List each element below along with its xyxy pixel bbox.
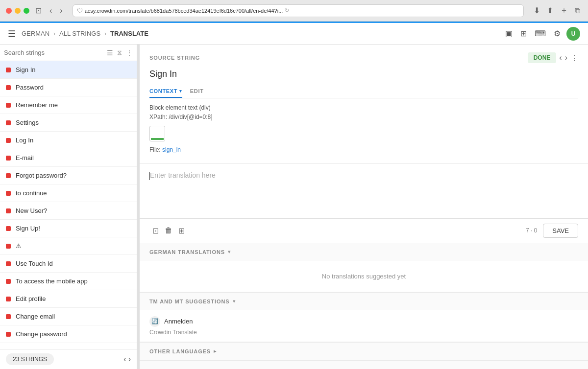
list-item[interactable]: Change email	[0, 308, 137, 325]
german-translations-label: GERMAN TRANSLATIONS	[149, 249, 225, 255]
list-item-label: Log In	[16, 137, 33, 144]
other-languages-section: OTHER LANGUAGES ▸	[140, 343, 588, 361]
file-link[interactable]: sign_in	[162, 146, 181, 153]
layout-single-icon[interactable]: ▣	[503, 27, 514, 40]
more-options-button[interactable]: ⋮	[570, 53, 578, 63]
file-thumb-bar	[151, 138, 164, 140]
list-item[interactable]: To access the mobile app	[0, 273, 137, 290]
settings-icon[interactable]: ⚙	[552, 27, 563, 40]
split-view-icon[interactable]: ⧉	[573, 4, 582, 17]
forward-button[interactable]: ›	[58, 5, 64, 16]
source-string-section: SOURCE STRING DONE ‹ › ⋮ Sign In CONTEXT…	[140, 45, 588, 163]
breadcrumb-translate[interactable]: TRANSLATE	[110, 30, 148, 37]
status-dot	[6, 191, 11, 196]
sort-icon[interactable]: ⋮	[126, 49, 133, 57]
translation-section	[140, 163, 588, 219]
file-label: File:	[149, 146, 161, 153]
special-chars-button[interactable]: ⊞	[175, 224, 188, 237]
share-icon[interactable]: ⬆	[545, 4, 555, 17]
list-item[interactable]: Forgot password?	[0, 167, 137, 184]
no-translations-text: No translations suggested yet	[140, 261, 588, 292]
list-item-label: To access the mobile app	[16, 277, 88, 285]
status-dot	[6, 68, 11, 72]
list-item-label: Settings	[16, 119, 39, 126]
clear-translation-button[interactable]: 🗑	[162, 224, 175, 237]
tab-edit-label: EDIT	[190, 88, 204, 94]
sidebar-toggle-button[interactable]: ⊡	[33, 5, 44, 16]
list-item[interactable]: Change password	[0, 325, 137, 343]
keyboard-icon[interactable]: ⌨	[533, 27, 548, 40]
strings-count-button[interactable]: 23 STRINGS	[6, 353, 54, 365]
list-item[interactable]: Password	[0, 79, 137, 96]
close-button[interactable]	[6, 8, 12, 14]
context-tabs: CONTEXT ▾ EDIT	[149, 85, 578, 98]
status-dot	[6, 279, 11, 284]
prev-nav-button[interactable]: ‹	[559, 53, 562, 62]
download-icon[interactable]: ⬇	[532, 4, 542, 17]
address-bar[interactable]: 🛡 acsy.crowdin.com/translate/b681da578bc…	[73, 4, 524, 17]
german-translations-section: GERMAN TRANSLATIONS ▾ No translations su…	[140, 243, 588, 293]
list-item[interactable]: Sign Up!	[0, 220, 137, 237]
list-item-label: Change email	[16, 313, 55, 320]
fullscreen-button[interactable]	[24, 8, 29, 14]
next-string-button[interactable]: ›	[128, 355, 131, 364]
list-item-label: Password	[16, 84, 44, 91]
list-item-label: E-mail	[16, 154, 34, 161]
filter-icon[interactable]: ⧖	[117, 48, 122, 57]
char-count: 7 · 0	[526, 227, 537, 234]
next-nav-button[interactable]: ›	[565, 53, 567, 62]
left-panel: ☰ ⧖ ⋮ Sign InPasswordRemember meSettings…	[0, 45, 137, 369]
status-dot	[6, 173, 11, 178]
reload-icon[interactable]: ↻	[285, 7, 289, 14]
traffic-lights	[6, 8, 29, 14]
source-text: Sign In	[149, 69, 578, 79]
tm-suggestions-header[interactable]: TM AND MT SUGGESTIONS ▾	[140, 293, 588, 310]
list-item[interactable]: Notifications	[0, 343, 137, 349]
breadcrumb-german[interactable]: GERMAN	[22, 30, 49, 37]
back-button[interactable]: ‹	[48, 5, 54, 16]
list-item[interactable]: to continue	[0, 184, 137, 202]
done-button[interactable]: DONE	[528, 52, 557, 63]
save-button[interactable]: SAVE	[543, 224, 578, 238]
german-translations-toggle: ▾	[228, 249, 231, 254]
list-item[interactable]: Settings	[0, 114, 137, 132]
search-input[interactable]	[4, 49, 103, 56]
source-string-header: SOURCE STRING DONE ‹ › ⋮	[149, 52, 578, 63]
copy-source-button[interactable]: ⊡	[149, 224, 162, 237]
breadcrumb-sep-2: ›	[104, 30, 106, 37]
new-tab-icon[interactable]: ＋	[558, 4, 570, 17]
list-item[interactable]: Sign In	[0, 61, 137, 79]
list-item[interactable]: E-mail	[0, 149, 137, 167]
strings-list: Sign InPasswordRemember meSettingsLog In…	[0, 61, 137, 349]
list-item-label: to continue	[16, 189, 47, 197]
xpath-text: XPath: /div/div[@id=0:8]	[149, 113, 578, 122]
status-dot	[6, 226, 11, 231]
translation-input[interactable]	[150, 171, 578, 210]
block-element-text: Block element text (div)	[149, 103, 578, 113]
list-item-label: Edit profile	[16, 295, 46, 302]
list-view-icon[interactable]: ☰	[107, 49, 113, 57]
list-item[interactable]: Log In	[0, 132, 137, 149]
tab-edit[interactable]: EDIT	[190, 85, 204, 98]
status-dot	[6, 261, 11, 266]
suggestion-item[interactable]: 🔄 Anmelden Crowdin Translate	[140, 310, 588, 342]
german-translations-header[interactable]: GERMAN TRANSLATIONS ▾	[140, 243, 588, 261]
other-languages-header[interactable]: OTHER LANGUAGES ▸	[140, 343, 588, 360]
minimize-button[interactable]	[15, 8, 21, 14]
breadcrumb-all-strings[interactable]: ALL STRINGS	[59, 30, 100, 37]
other-languages-header-content: OTHER LANGUAGES ▸	[149, 348, 217, 354]
layout-split-icon[interactable]: ⊞	[518, 27, 529, 40]
list-item[interactable]: ⚠	[0, 237, 137, 255]
other-languages-toggle: ▸	[214, 348, 217, 354]
avatar[interactable]: U	[566, 27, 580, 41]
list-item[interactable]: Use Touch Id	[0, 255, 137, 273]
status-dot	[6, 103, 11, 108]
prev-string-button[interactable]: ‹	[123, 355, 126, 364]
menu-button[interactable]: ☰	[8, 28, 16, 39]
list-item-label: Use Touch Id	[16, 260, 53, 267]
tab-context[interactable]: CONTEXT ▾	[149, 85, 182, 98]
list-item[interactable]: New User?	[0, 202, 137, 220]
list-item[interactable]: Edit profile	[0, 290, 137, 308]
list-item[interactable]: Remember me	[0, 96, 137, 114]
list-item-label: Sign Up!	[16, 225, 40, 232]
